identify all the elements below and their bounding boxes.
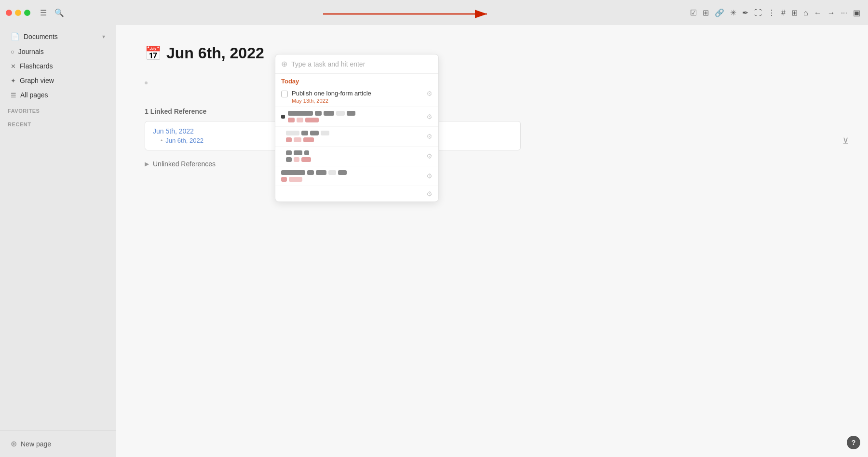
plugin-icon[interactable]: ✳ [730,8,736,17]
sidebar-item-flashcards-label: Flashcards [20,62,53,70]
back-icon[interactable]: ← [814,8,822,17]
task-title-1: Publish one long-form article [292,90,422,97]
new-page-label: New page [21,440,51,448]
layout-icon[interactable]: ⊞ [791,8,798,17]
linked-ref-child-link[interactable]: Jun 6th, 2022 [165,137,203,144]
todo-icon[interactable]: ☑ [690,8,697,17]
titlebar: ☰ 🔍 ☑ ⊞ 🔗 ✳ ✒ ⛶ ⋮ # ⊞ ⌂ ← → ··· ▣ [0,0,868,25]
close-button[interactable] [6,10,12,16]
sidebar-item-all-pages[interactable]: ☰ All pages [3,88,113,102]
new-page-plus-icon: ⊕ [11,439,17,448]
help-label: ? [852,439,856,446]
new-page-button[interactable]: ⊕ New page [3,434,113,453]
favorites-section-label: FAVORITES [0,102,116,116]
main-layout: 📄 Documents ▾ ○ Journals ✕ Flashcards ✦ … [0,25,868,457]
sidebar-item-documents[interactable]: 📄 Documents ▾ [3,29,113,44]
task-item-1: Publish one long-form article May 13th, … [275,87,438,107]
panel-bottom-row: ⚙ [275,186,438,202]
sidebar-item-journals[interactable]: ○ Journals [3,44,113,59]
panel-icon[interactable]: ▣ [853,8,860,17]
expand-icon[interactable]: ⛶ [754,8,762,17]
today-label: Today [275,74,438,87]
hash-icon[interactable]: # [781,8,786,17]
blurred-row-2: ⚙ [275,107,438,127]
sidebar: 📄 Documents ▾ ○ Journals ✕ Flashcards ✦ … [0,25,116,457]
maximize-button[interactable] [24,10,30,16]
task-add-icon: ⊕ [281,59,287,68]
sidebar-item-graph-view[interactable]: ✦ Graph view [3,73,113,88]
task-input-row: ⊕ [275,54,438,74]
link-icon[interactable]: 🔗 [715,8,724,17]
page-title-text: Jun 6th, 2022 [166,44,264,62]
unlinked-references-label: Unlinked References [153,160,216,168]
bullet-dot [145,81,148,84]
traffic-lights [6,10,30,16]
blurred-row-gear-5[interactable]: ⚙ [426,172,433,180]
recent-section-label: RECENT [0,116,116,129]
sidebar-item-documents-label: Documents [24,33,58,40]
task-date-1: May 13th, 2022 [292,98,422,104]
home-icon[interactable]: ⌂ [803,8,808,17]
panel-bottom-gear[interactable]: ⚙ [426,190,433,198]
blurred-row-gear-4[interactable]: ⚙ [426,152,433,160]
pen-icon[interactable]: ✒ [742,8,748,17]
blurred-row-gear-3[interactable]: ⚙ [426,133,433,140]
hamburger-icon[interactable]: ☰ [40,8,47,17]
filter-icon[interactable]: ⊻ [842,136,849,147]
flashcards-icon: ✕ [11,63,16,70]
all-pages-icon: ☰ [11,92,16,99]
help-button[interactable]: ? [847,436,860,449]
sidebar-item-graph-view-label: Graph view [20,77,54,84]
task-input[interactable] [291,60,433,68]
documents-chevron-icon: ▾ [102,33,105,40]
ellipsis-icon[interactable]: ··· [841,8,847,17]
documents-icon: 📄 [11,32,20,41]
search-icon[interactable]: 🔍 [54,8,64,17]
page-title-emoji: 📅 [145,45,162,61]
task-text-area-1: Publish one long-form article May 13th, … [292,90,422,104]
titlebar-icons: ☰ 🔍 [40,8,64,17]
blurred-row-4: ⚙ [275,147,438,166]
toolbar: ☑ ⊞ 🔗 ✳ ✒ ⛶ ⋮ # ⊞ ⌂ ← → ··· ▣ [690,8,860,17]
calendar-icon[interactable]: ⊞ [703,8,709,17]
task-panel: ⊕ Today Publish one long-form article Ma… [275,54,439,202]
more-vertical-icon[interactable]: ⋮ [768,8,775,17]
graph-view-icon: ✦ [11,77,16,84]
sidebar-item-journals-label: Journals [18,48,44,55]
blurred-row-gear-2[interactable]: ⚙ [426,113,433,121]
minimize-button[interactable] [15,10,21,16]
journals-icon: ○ [11,48,14,55]
sidebar-item-all-pages-label: All pages [20,91,48,99]
blurred-row-5: ⚙ [275,166,438,186]
content-area: 📅 Jun 6th, 2022 1 Linked Reference Jun 5… [116,25,868,457]
arrow-annotation [323,7,497,23]
sidebar-item-flashcards[interactable]: ✕ Flashcards [3,59,113,73]
unlinked-chevron-icon: ▶ [145,161,149,167]
task-checkbox-1[interactable] [281,91,288,97]
task-gear-1[interactable]: ⚙ [426,90,433,97]
forward-icon[interactable]: → [827,8,835,17]
blurred-row-3: ⚙ [275,127,438,147]
sidebar-bottom: ⊕ New page [0,430,116,453]
